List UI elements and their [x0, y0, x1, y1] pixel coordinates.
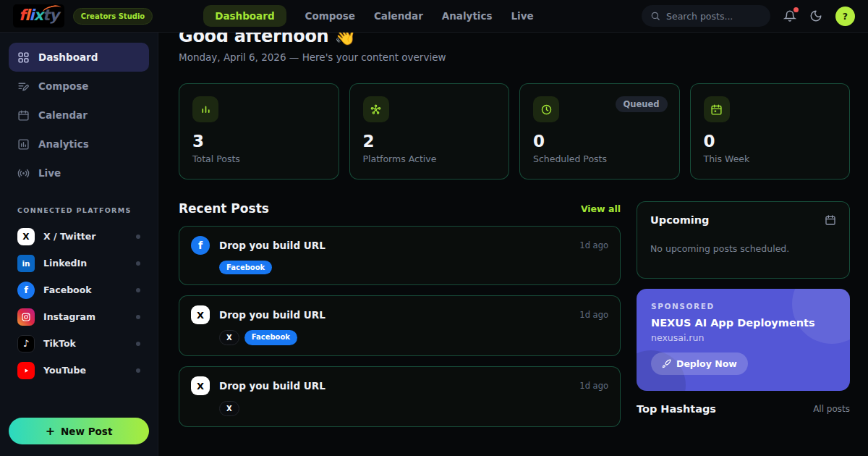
- sidebar-item-label: Live: [38, 167, 61, 179]
- platform-row-youtube[interactable]: YouTube: [9, 357, 149, 384]
- stat-card-platforms-active: 2 Platforms Active: [349, 83, 510, 180]
- platform-row-facebook[interactable]: f Facebook: [9, 276, 149, 303]
- new-post-label: New Post: [61, 426, 112, 437]
- rocket-icon: [662, 359, 671, 368]
- deploy-now-button[interactable]: Deploy Now: [651, 352, 748, 375]
- stat-label: Total Posts: [192, 153, 326, 164]
- stat-card-this-week: 0 This Week: [690, 83, 851, 180]
- recent-posts-title: Recent Posts: [179, 201, 269, 216]
- platform-row-tiktok[interactable]: ♪ TikTok: [9, 330, 149, 357]
- all-posts-link[interactable]: All posts: [813, 404, 850, 414]
- topbar: flixty Creators Studio Dashboard Compose…: [0, 0, 868, 33]
- post-timestamp: 1d ago: [579, 381, 608, 391]
- sidebar-item-calendar[interactable]: Calendar: [9, 101, 149, 130]
- sidebar-item-dashboard[interactable]: Dashboard: [9, 43, 149, 72]
- sidebar-item-label: Calendar: [38, 109, 88, 121]
- post-card[interactable]: f Drop you build URL 1d ago Facebook: [179, 226, 621, 285]
- youtube-icon: [17, 362, 35, 379]
- platform-row-linkedin[interactable]: in LinkedIn: [9, 250, 149, 276]
- moon-icon: [809, 9, 822, 22]
- date-subtitle: Monday, April 6, 2026 — Here's your cont…: [179, 51, 850, 63]
- tiktok-icon: ♪: [17, 335, 35, 352]
- sponsored-title: NEXUS AI App Deployments: [651, 317, 835, 329]
- stat-label: Scheduled Posts: [533, 153, 666, 164]
- network-icon: [363, 96, 389, 122]
- broadcast-icon: [17, 167, 30, 180]
- post-card[interactable]: X Drop you build URL 1d ago X Facebook: [179, 295, 621, 356]
- platform-badge-x: X: [219, 401, 239, 416]
- platform-badge-x: X: [219, 330, 239, 345]
- topnav-dashboard[interactable]: Dashboard: [203, 5, 286, 27]
- stat-value: 3: [192, 132, 326, 151]
- stat-card-scheduled-posts: Queued 0 Scheduled Posts: [519, 83, 680, 180]
- creators-studio-badge: Creators Studio: [73, 8, 153, 25]
- main-content: Good afternoon 👋 Monday, April 6, 2026 —…: [158, 0, 868, 427]
- topnav-live[interactable]: Live: [511, 10, 534, 22]
- upcoming-title: Upcoming: [650, 214, 710, 226]
- sidebar-item-compose[interactable]: Compose: [9, 72, 149, 101]
- upcoming-card: Upcoming No upcoming posts scheduled.: [637, 201, 850, 279]
- post-title: Drop you build URL: [219, 380, 570, 392]
- x-icon: X: [191, 376, 210, 395]
- platform-status-dot: [136, 315, 140, 319]
- stats-row: 3 Total Posts 2 Platforms Active Queued …: [179, 83, 850, 180]
- platform-status-dot: [136, 288, 140, 292]
- notifications-button[interactable]: [783, 9, 796, 22]
- platform-status-dot: [136, 235, 140, 239]
- platform-row-x-twitter[interactable]: X X / Twitter: [9, 223, 149, 250]
- stat-card-total-posts: 3 Total Posts: [179, 83, 339, 180]
- plus-icon: +: [46, 424, 55, 438]
- search-box[interactable]: [642, 5, 770, 27]
- platform-badge-facebook: Facebook: [219, 261, 272, 274]
- sponsored-card: SPONSORED NEXUS AI App Deployments nexus…: [637, 289, 850, 391]
- logo-letter: x: [34, 7, 43, 24]
- top-navigation: Dashboard Compose Calendar Analytics Liv…: [203, 5, 533, 27]
- avatar[interactable]: ?: [835, 7, 855, 26]
- sidebar: Dashboard Compose Calendar Analytics Liv…: [0, 33, 158, 456]
- topbar-actions: ?: [642, 5, 855, 27]
- queued-badge: Queued: [616, 96, 668, 112]
- new-post-button[interactable]: + New Post: [9, 418, 149, 444]
- platform-label: YouTube: [43, 365, 127, 376]
- x-icon: X: [191, 305, 210, 324]
- stat-value: 0: [533, 132, 666, 151]
- view-all-link[interactable]: View all: [581, 203, 621, 214]
- platform-badge-facebook: Facebook: [244, 330, 297, 345]
- sidebar-item-live[interactable]: Live: [9, 159, 149, 187]
- platform-row-instagram[interactable]: Instagram: [9, 303, 149, 330]
- notification-dot: [793, 7, 799, 12]
- compose-icon: [17, 80, 30, 93]
- platform-status-dot: [136, 368, 140, 373]
- facebook-icon: f: [191, 236, 210, 255]
- top-hashtags-header: Top Hashtags All posts: [637, 403, 850, 415]
- search-icon: [650, 11, 660, 21]
- sidebar-item-label: Analytics: [38, 138, 89, 150]
- aside-column: Upcoming No upcoming posts scheduled. SP…: [637, 201, 850, 427]
- upcoming-empty-text: No upcoming posts scheduled.: [650, 243, 836, 254]
- app-logo[interactable]: flixty: [13, 4, 64, 28]
- stat-value: 2: [363, 132, 496, 151]
- topnav-analytics[interactable]: Analytics: [442, 10, 493, 22]
- calendar-icon: [17, 109, 30, 122]
- post-title: Drop you build URL: [219, 309, 570, 321]
- clock-icon: [533, 96, 559, 122]
- analytics-icon: [17, 138, 30, 151]
- linkedin-icon: in: [17, 255, 35, 272]
- topnav-calendar[interactable]: Calendar: [374, 10, 423, 22]
- post-timestamp: 1d ago: [579, 240, 608, 250]
- sponsored-url: nexusai.run: [651, 332, 835, 343]
- calendar-icon: [825, 214, 836, 226]
- platform-label: Facebook: [43, 284, 127, 295]
- deploy-now-label: Deploy Now: [676, 358, 737, 369]
- post-card[interactable]: X Drop you build URL 1d ago X: [179, 366, 621, 427]
- platform-status-dot: [136, 342, 140, 346]
- platform-label: X / Twitter: [43, 231, 127, 242]
- post-timestamp: 1d ago: [579, 310, 608, 320]
- theme-toggle-button[interactable]: [809, 9, 822, 22]
- search-input[interactable]: [666, 11, 762, 22]
- top-hashtags-title: Top Hashtags: [637, 403, 716, 415]
- topnav-compose[interactable]: Compose: [305, 10, 355, 22]
- grid-icon: [17, 51, 30, 64]
- sidebar-item-analytics[interactable]: Analytics: [9, 130, 149, 159]
- platform-label: Instagram: [43, 311, 127, 322]
